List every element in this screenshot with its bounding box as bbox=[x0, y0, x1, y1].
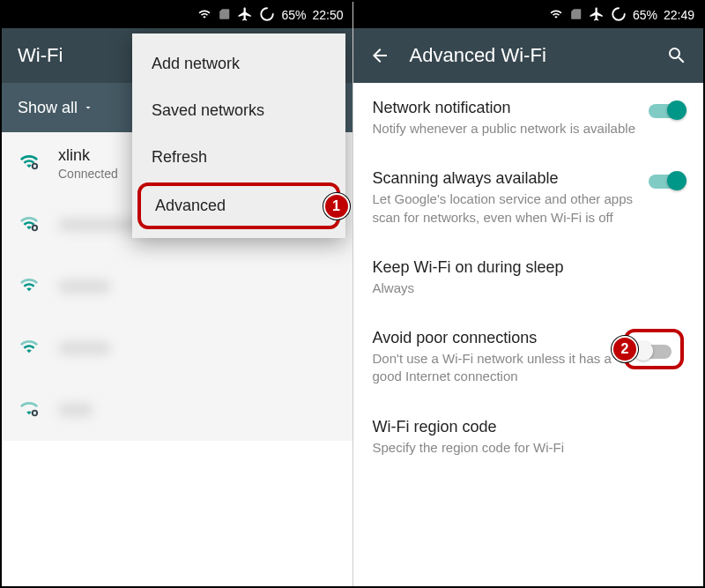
network-name-blurred bbox=[58, 341, 111, 355]
setting-title: Keep Wi-Fi on during sleep bbox=[373, 258, 685, 277]
toggle-switch[interactable] bbox=[649, 175, 684, 189]
wifi-network-item[interactable] bbox=[2, 317, 352, 379]
toggle-switch[interactable] bbox=[636, 345, 672, 359]
setting-desc: Always bbox=[373, 279, 685, 297]
menu-item-add-network[interactable]: Add network bbox=[132, 41, 345, 87]
menu-item-saved-networks[interactable]: Saved networks bbox=[132, 87, 345, 134]
sim-icon bbox=[570, 7, 583, 24]
loading-icon bbox=[259, 6, 275, 25]
wifi-signal-icon bbox=[18, 152, 41, 175]
airplane-icon bbox=[237, 6, 253, 25]
network-name-blurred bbox=[58, 403, 93, 417]
battery-text: 65% bbox=[633, 8, 657, 22]
menu-item-label: Advanced bbox=[155, 197, 226, 214]
callout-badge: 2 bbox=[612, 336, 638, 362]
back-button[interactable] bbox=[369, 45, 390, 66]
network-name-blurred bbox=[58, 279, 111, 294]
svg-rect-3 bbox=[33, 227, 36, 230]
wifi-signal-icon bbox=[18, 275, 41, 298]
callout-badge: 1 bbox=[323, 193, 350, 220]
airplane-icon bbox=[589, 6, 605, 25]
wifi-signal-icon bbox=[18, 398, 41, 421]
menu-item-refresh[interactable]: Refresh bbox=[132, 134, 345, 181]
search-button[interactable] bbox=[666, 45, 687, 66]
setting-keep-wifi-on[interactable]: Keep Wi-Fi on during sleep Always bbox=[353, 242, 704, 313]
toggle-highlight-box: 2 bbox=[624, 329, 684, 369]
setting-title: Wi-Fi region code bbox=[373, 418, 685, 436]
wifi-network-item[interactable] bbox=[2, 379, 352, 441]
status-bar: 65% 22:49 bbox=[353, 2, 704, 28]
clock-text: 22:50 bbox=[312, 8, 343, 22]
settings-list: Network notification Notify whenever a p… bbox=[353, 83, 704, 473]
wifi-icon bbox=[197, 8, 212, 23]
wifi-icon bbox=[548, 8, 564, 23]
setting-desc: Notify whenever a public network is avai… bbox=[373, 120, 637, 138]
battery-text: 65% bbox=[281, 8, 306, 22]
svg-rect-5 bbox=[33, 412, 36, 415]
svg-rect-1 bbox=[33, 165, 36, 168]
status-bar: 65% 22:50 bbox=[2, 2, 352, 28]
setting-avoid-poor-connections[interactable]: Avoid poor connections Don't use a Wi-Fi… bbox=[353, 313, 704, 402]
loading-icon bbox=[611, 6, 627, 25]
filter-label: Show all bbox=[18, 99, 78, 117]
app-bar: Advanced Wi-Fi bbox=[353, 28, 704, 83]
page-title: Advanced Wi-Fi bbox=[410, 44, 648, 67]
toggle-switch[interactable] bbox=[649, 104, 684, 118]
wifi-network-item[interactable] bbox=[2, 256, 352, 317]
chevron-down-icon bbox=[83, 99, 93, 117]
setting-desc: Let Google's location service and other … bbox=[373, 190, 637, 227]
setting-title: Network notification bbox=[373, 99, 637, 117]
setting-desc: Specify the region code for Wi-Fi bbox=[373, 439, 685, 457]
setting-title: Scanning always available bbox=[373, 169, 637, 188]
setting-network-notification[interactable]: Network notification Notify whenever a p… bbox=[353, 83, 704, 153]
wifi-signal-icon bbox=[18, 337, 41, 360]
setting-desc: Don't use a Wi-Fi network unless it has … bbox=[373, 350, 612, 386]
overflow-menu: Add network Saved networks Refresh Advan… bbox=[132, 33, 345, 238]
clock-text: 22:49 bbox=[664, 8, 694, 22]
setting-scanning-always[interactable]: Scanning always available Let Google's l… bbox=[353, 153, 704, 242]
setting-title: Avoid poor connections bbox=[373, 329, 612, 347]
setting-wifi-region-code[interactable]: Wi-Fi region code Specify the region cod… bbox=[353, 402, 704, 473]
sim-icon bbox=[219, 7, 231, 24]
wifi-signal-icon bbox=[18, 213, 41, 236]
menu-item-advanced[interactable]: Advanced 1 bbox=[137, 182, 340, 229]
